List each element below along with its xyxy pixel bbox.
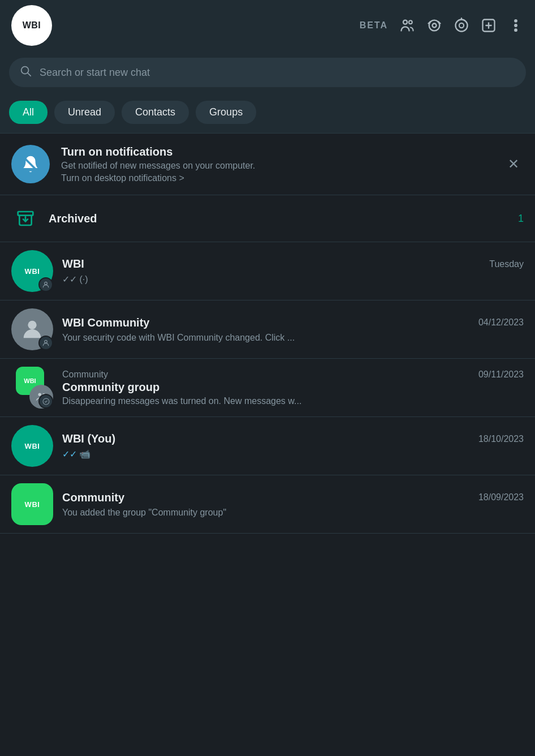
svg-point-20 — [45, 340, 48, 343]
chat-icon[interactable] — [454, 18, 469, 33]
chat-name-community: Community — [62, 491, 124, 504]
avatar-text-community: WBI — [25, 500, 40, 509]
notification-bell-icon — [11, 145, 50, 183]
app-logo: WBI — [11, 5, 52, 46]
avatar-wrapper-wbi: WBI — [11, 250, 53, 292]
chat-item-community[interactable]: WBI Community 18/09/2023 You added the g… — [0, 475, 535, 534]
chat-name-wbi-community: WBI Community — [62, 316, 149, 329]
chat-name-wbi-you: WBI (You) — [62, 432, 115, 445]
logo-text: WBI — [23, 20, 41, 31]
chat-content-wbi: WBI Tuesday ✓✓ (·) — [62, 257, 524, 285]
avatar-badge-inner-wbi — [40, 278, 52, 291]
chat-date-wbi-you: 18/10/2023 — [478, 434, 524, 444]
tab-unread[interactable]: Unread — [54, 101, 115, 124]
archived-row[interactable]: Archived 1 — [0, 195, 535, 242]
beta-label: BETA — [360, 20, 388, 31]
chat-item-community-group[interactable]: WBI Communit — [0, 359, 535, 417]
chat-name-community-group: Community group — [62, 381, 159, 394]
archived-label: Archived — [49, 212, 509, 225]
archive-icon — [11, 204, 40, 233]
avatar-community: WBI — [11, 483, 53, 525]
chat-date-wbi: Tuesday — [489, 259, 524, 269]
search-bar — [0, 51, 535, 96]
app-header: WBI BETA — [0, 0, 535, 51]
avatar-text-wbi: WBI — [25, 267, 40, 276]
svg-line-14 — [28, 73, 31, 76]
svg-point-1 — [409, 20, 412, 24]
chat-preview-community-group: Disappearing messages was turned on. New… — [62, 396, 301, 406]
notification-description: Get notified of new messages on your com… — [61, 161, 492, 171]
chat-preview-wbi: ✓✓ (·) — [62, 274, 88, 285]
chat-content-wbi-you: WBI (You) 18/10/2023 ✓✓ 📹 — [62, 432, 524, 459]
new-chat-icon[interactable] — [481, 18, 497, 33]
chat-content-community: Community 18/09/2023 You added the group… — [62, 491, 524, 518]
svg-point-12 — [515, 29, 517, 31]
svg-point-18 — [45, 282, 48, 285]
avatar-wrapper-community: WBI — [11, 483, 53, 525]
tab-groups[interactable]: Groups — [196, 101, 256, 124]
avatar-wbi-you: WBI — [11, 425, 53, 467]
chat-list: WBI WBI Tuesday ✓✓ (·) — [0, 242, 535, 534]
avatar-badge-wbi-community — [38, 336, 53, 350]
chat-preview-wbi-you: 📹 — [79, 449, 90, 459]
people-icon[interactable] — [399, 18, 415, 33]
notification-link[interactable]: Turn on desktop notifications > — [61, 173, 492, 183]
notification-content: Turn on notifications Get notified of ne… — [61, 145, 492, 183]
search-icon — [19, 65, 32, 80]
notification-title: Turn on notifications — [61, 145, 492, 158]
chat-item-wbi-you[interactable]: WBI WBI (You) 18/10/2023 ✓✓ 📹 — [0, 417, 535, 475]
chat-content-community-group: Community 09/11/2023 Community group Dis… — [62, 370, 524, 406]
avatar-text-wbi-you: WBI — [25, 442, 40, 450]
avatar-wrapper-wbi-you: WBI — [11, 425, 53, 467]
search-input[interactable] — [40, 67, 516, 79]
avatar-wrapper-wbi-community — [11, 308, 53, 350]
notification-banner: Turn on notifications Get notified of ne… — [0, 134, 535, 195]
chat-date-community-group: 09/11/2023 — [478, 370, 524, 380]
svg-point-11 — [515, 24, 517, 27]
filter-tabs: All Unread Contacts Groups — [0, 96, 535, 133]
svg-rect-16 — [18, 212, 33, 216]
svg-point-3 — [433, 24, 437, 28]
chat-name-wbi: WBI — [62, 257, 84, 270]
svg-point-4 — [456, 20, 468, 32]
svg-point-10 — [515, 20, 517, 22]
chat-item-wbi[interactable]: WBI WBI Tuesday ✓✓ (·) — [0, 242, 535, 300]
chat-preview-community: You added the group "Community group" — [62, 508, 226, 517]
chat-preview-wbi-community: Your security code with WBI Community ch… — [62, 333, 295, 342]
avatar-badge-inner-wbi-community — [40, 337, 52, 349]
chat-ticks-wbi-you: ✓✓ — [62, 449, 77, 459]
community-group-badge — [38, 394, 53, 409]
tab-contacts[interactable]: Contacts — [122, 101, 189, 124]
chat-date-community: 18/09/2023 — [478, 492, 524, 502]
chat-content-wbi-community: WBI Community 04/12/2023 Your security c… — [62, 316, 524, 343]
notification-close-button[interactable]: ✕ — [503, 152, 524, 177]
svg-point-5 — [459, 23, 464, 28]
alarm-icon[interactable] — [426, 18, 442, 33]
more-icon[interactable] — [508, 18, 524, 33]
svg-point-0 — [403, 20, 407, 24]
community-parent-label: Community — [62, 370, 108, 380]
avatar-badge-wbi — [38, 277, 53, 292]
svg-point-19 — [28, 321, 36, 329]
chat-date-wbi-community: 04/12/2023 — [478, 317, 524, 328]
search-input-wrapper[interactable] — [9, 58, 526, 87]
chat-item-wbi-community[interactable]: WBI Community 04/12/2023 Your security c… — [0, 300, 535, 359]
tab-all[interactable]: All — [9, 101, 48, 124]
avatar-wrapper-community-group: WBI — [11, 367, 53, 409]
archived-count: 1 — [518, 213, 524, 225]
